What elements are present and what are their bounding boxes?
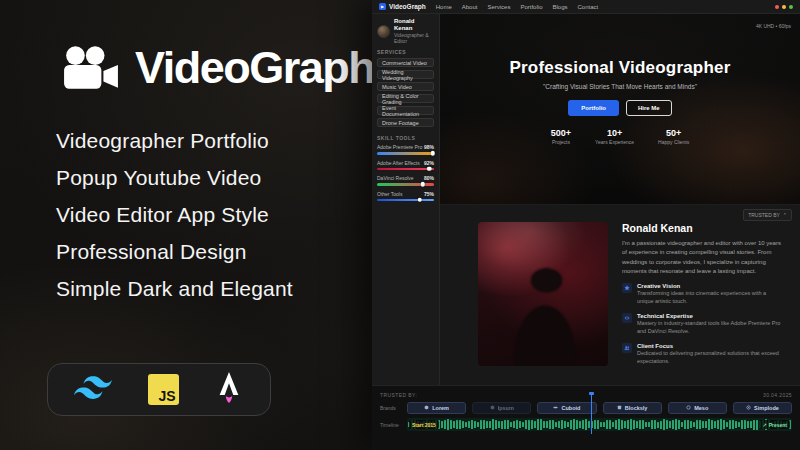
waveform-bar (672, 420, 674, 429)
javascript-label: JS (158, 388, 175, 404)
promo-canvas: VideoGraph Videographer PortfolioPopup Y… (0, 0, 800, 450)
waveform-bar (615, 420, 617, 428)
skill-knob[interactable] (418, 198, 423, 203)
brand-chip-cuboid: Cuboid (537, 402, 596, 414)
pill-icon (553, 405, 558, 411)
nav-link-home[interactable]: Home (436, 4, 452, 10)
skill-percent: 98% (424, 144, 434, 150)
stat-value: 10+ (595, 128, 634, 138)
nav-links: HomeAboutServicesPortfolioBlogsContact (436, 4, 598, 10)
nav-link-about[interactable]: About (462, 4, 478, 10)
stat-label: Projects (551, 139, 571, 145)
service-button[interactable]: Music Video (377, 82, 434, 91)
trend-up-icon: ↗ (762, 422, 766, 428)
waveform-bar (624, 421, 626, 427)
feature-item: Professional Design (56, 233, 293, 270)
waveform-bar (732, 420, 734, 429)
skill-slider[interactable]: Other Tools75% (377, 191, 434, 202)
feature-item: Video Editor App Style (56, 196, 293, 233)
waveform-bar (726, 422, 728, 427)
brand-name[interactable]: VideoGraph (389, 3, 426, 10)
timeline-end-badge: ↗Present (759, 420, 790, 429)
hero-stats: 500+Projects10+Years Experience50+Happy … (551, 128, 689, 145)
waveform-bar (633, 420, 635, 428)
service-button[interactable]: Drone Footage (377, 118, 434, 127)
waveform-bar (507, 420, 509, 428)
highlight-desc: Dedicated to delivering personalized sol… (637, 350, 782, 366)
waveform-bar (597, 420, 599, 429)
logo: VideoGraph (62, 42, 374, 94)
waveform-bar (486, 421, 488, 429)
stat-value: 500+ (551, 128, 571, 138)
portfolio-button[interactable]: Portfolio (568, 100, 619, 116)
waveform-bar (555, 422, 557, 427)
nav-link-contact[interactable]: Contact (577, 4, 598, 10)
window-button-green[interactable] (789, 5, 793, 9)
waveform-bar (675, 419, 677, 429)
waveform-bar (501, 421, 503, 429)
waveform-bar (462, 421, 464, 429)
waveform-bar (648, 422, 650, 427)
window-button-red[interactable] (775, 5, 779, 9)
window-button-yellow[interactable] (782, 5, 786, 9)
services-label: SERVICES (377, 49, 434, 55)
waveform-bar (537, 419, 539, 429)
service-button[interactable]: Commercial Video (377, 58, 434, 67)
waveform-bar (735, 421, 737, 428)
waveform-bar (630, 419, 632, 429)
skill-knob[interactable] (427, 167, 432, 172)
skill-slider[interactable]: Adobe Premiere Pro98% (377, 144, 434, 155)
waveform-bar (654, 420, 656, 429)
waveform-bar (657, 422, 659, 428)
audio-waveform (407, 418, 792, 431)
preview-main: 4K UHD • 60fps Professional Videographer… (440, 14, 800, 385)
waveform-bar (687, 420, 689, 429)
brand-chip-label: Blocksly (625, 405, 648, 411)
hire-me-button[interactable]: Hire Me (626, 100, 672, 116)
profile-name: Ronald Kenan (394, 18, 434, 32)
waveform-bar (702, 421, 704, 428)
nav-link-blogs[interactable]: Blogs (552, 4, 567, 10)
skills-list: Adobe Premiere Pro98%Adobe After Effects… (377, 144, 434, 201)
waveform-bar (444, 420, 446, 428)
waveform-bar (651, 420, 653, 428)
timeline-track[interactable]: Start 2015 ↗Present (407, 418, 792, 431)
hero-title: Professional Videographer (509, 58, 730, 78)
nav-link-portfolio[interactable]: Portfolio (520, 4, 542, 10)
javascript-icon: JS (148, 374, 179, 405)
brand-chip-lorem: Lorem (407, 402, 466, 414)
waveform-bar (600, 422, 602, 427)
videographer-photo (478, 222, 608, 366)
astro-icon (214, 372, 244, 408)
service-button[interactable]: Editing & Color Grading (377, 94, 434, 103)
waveform-bar (492, 419, 494, 429)
skill-knob[interactable] (420, 182, 425, 187)
feature-item: Simple Dark and Elegant (56, 270, 293, 307)
skill-knob[interactable] (431, 151, 436, 156)
skill-percent: 92% (424, 160, 434, 166)
playhead[interactable] (591, 394, 592, 434)
brand-chip-label: Cuboid (561, 405, 580, 411)
waveform-bar (465, 422, 467, 427)
nav-link-services[interactable]: Services (487, 4, 510, 10)
highlight-item: Technical ExpertiseMastery in industry-s… (622, 313, 782, 336)
waveform-bar (636, 421, 638, 427)
skill-slider[interactable]: DaVinci Resolve80% (377, 175, 434, 186)
waveform-bar (564, 421, 566, 429)
skill-slider[interactable]: Adobe After Effects92% (377, 160, 434, 171)
waveform-bar (582, 420, 584, 430)
waveform-bar (561, 420, 563, 429)
waveform-bar (576, 420, 578, 429)
waveform-bar (747, 421, 749, 428)
waveform-bar (714, 421, 716, 428)
about-section: Ronald Kenan I'm a passionate videograph… (440, 205, 800, 385)
trusted-by-toggle[interactable]: TRUSTED BY ⌃ (743, 209, 792, 221)
users-icon (622, 343, 632, 353)
highlight-item: Creative VisionTransforming ideas into c… (622, 283, 782, 306)
stat-label: Happy Clients (658, 139, 689, 145)
service-button[interactable]: Wedding Videography (377, 70, 434, 79)
service-button[interactable]: Event Documentation (377, 106, 434, 115)
waveform-bar (699, 420, 701, 429)
highlight-title: Creative Vision (637, 283, 782, 289)
waveform-bar (495, 420, 497, 430)
